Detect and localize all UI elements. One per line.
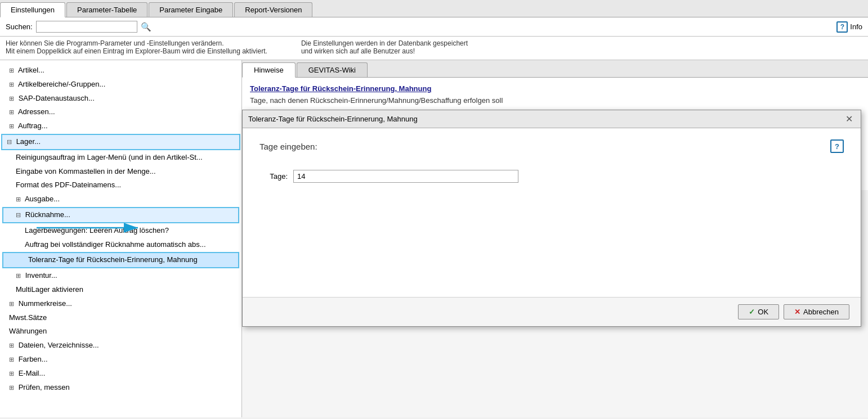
tree-item-mwst[interactable]: Mwst.Sätze <box>0 311 241 325</box>
tree-label: Währungen <box>9 327 47 335</box>
tree-label: Rücknahme... <box>25 210 70 219</box>
toggle-icon: ⊞ <box>9 81 14 88</box>
search-icon[interactable]: 🔍 <box>141 22 151 32</box>
tree-item-lager[interactable]: ⊟ Lager... <box>1 134 240 150</box>
info-label: Info <box>850 22 862 31</box>
tree-item-dateien[interactable]: ⊞ Dateien, Verzeichnisse... <box>0 339 241 353</box>
tree-item-reinigung[interactable]: Reinigungsauftrag im Lager-Menü (und in … <box>0 151 241 165</box>
tree-item-nummerkreise[interactable]: ⊞ Nummerkreise... <box>0 297 241 311</box>
tree-item-wahrungen[interactable]: Währungen <box>0 325 241 339</box>
detail-title: Toleranz-Tage für Rückschein-Erinnerung,… <box>250 84 860 93</box>
detail-tab-hinweise[interactable]: Hinweise <box>242 62 296 78</box>
modal-tage-input[interactable] <box>293 170 518 183</box>
tree-label: Ausgabe... <box>25 195 60 203</box>
tree-label: Mwst.Sätze <box>9 313 47 322</box>
modal-field-row: Tage: <box>259 170 844 183</box>
tree-label: Lagerbewegungen: Leeren Auftrag löschen? <box>25 226 169 235</box>
tab-parameter-eingabe[interactable]: Parameter Eingabe <box>149 2 233 17</box>
modal-cancel-button[interactable]: ✕ Abbrechen <box>784 304 849 319</box>
tree-item-sap[interactable]: ⊞ SAP-Datenaustausch... <box>0 92 241 106</box>
description-bar: Hier können Sie die Programm-Parameter u… <box>0 37 868 60</box>
toggle-icon: ⊞ <box>9 95 14 102</box>
modal-title: Toleranz-Tage für Rückschein-Erinnerung,… <box>248 115 418 123</box>
tree-item-toleranz[interactable]: Toleranz-Tage für Rückschein-Erinnerung,… <box>2 252 239 268</box>
search-input[interactable] <box>36 21 137 33</box>
tree-item-multilager[interactable]: MultiLager aktivieren <box>0 283 241 297</box>
tree-label: Inventur... <box>25 271 57 280</box>
tree-label: Nummerkreise... <box>19 299 72 308</box>
detail-description: Tage, nach denen Rückschein-Erinnerung/M… <box>250 96 860 105</box>
modal-close-button[interactable]: ✕ <box>843 114 855 124</box>
tree-item-format[interactable]: Format des PDF-Dateinamens... <box>0 178 241 192</box>
tree-label: Dateien, Verzeichnisse... <box>19 341 99 349</box>
tree-label: Auftrag... <box>18 121 48 130</box>
tree-label: Prüfen, messen <box>19 383 70 391</box>
tree-item-email[interactable]: ⊞ E-Mail... <box>0 367 241 381</box>
modal-help-button[interactable]: ? <box>830 139 844 153</box>
modal-ok-button[interactable]: ✓ OK <box>738 304 779 319</box>
modal-header-row: Tage eingeben: ? <box>259 139 844 153</box>
search-bar: Suchen: 🔍 ? Info <box>0 17 868 37</box>
toggle-icon: ⊞ <box>9 342 14 349</box>
modal-section-title: Tage eingeben: <box>259 142 317 151</box>
tree-item-artikelbereiche[interactable]: ⊞ Artikelbereiche/-Gruppen... <box>0 78 241 92</box>
tab-einstellungen[interactable]: Einstellungen <box>0 2 65 17</box>
tree-panel: ⊞ Artikel... ⊞ Artikelbereiche/-Gruppen.… <box>0 60 242 417</box>
tree-label: Farben... <box>19 355 48 363</box>
tree-item-farben[interactable]: ⊞ Farben... <box>0 353 241 367</box>
tree-label: E-Mail... <box>19 369 46 377</box>
tab-parameter-tabelle[interactable]: Parameter-Tabelle <box>66 2 147 17</box>
modal-titlebar: Toleranz-Tage für Rückschein-Erinnerung,… <box>243 110 861 128</box>
ok-label: OK <box>758 308 768 316</box>
tree-item-auftrag-ruecknahme[interactable]: Auftrag bei vollständiger Rücknahme auto… <box>0 238 241 252</box>
tab-bar: Einstellungen Parameter-Tabelle Paramete… <box>0 0 868 17</box>
toggle-icon: ⊞ <box>9 370 14 377</box>
tree-item-lagerbewegungen[interactable]: Lagerbewegungen: Leeren Auftrag löschen? <box>0 224 241 238</box>
tree-label: Eingabe von Kommastellen in der Menge... <box>16 167 156 175</box>
tree-item-eingabe[interactable]: Eingabe von Kommastellen in der Menge... <box>0 165 241 179</box>
info-button[interactable]: ? Info <box>836 21 862 33</box>
tree-item-ruecknahme[interactable]: ⊟ Rücknahme... <box>2 207 239 223</box>
info-icon: ? <box>836 21 848 33</box>
tree-label: Toleranz-Tage für Rückschein-Erinnerung,… <box>28 255 198 264</box>
tree-label: Reinigungsauftrag im Lager-Menü (und in … <box>16 153 203 161</box>
detail-tab-bar: Hinweise GEVITAS-Wiki <box>242 60 868 78</box>
tree-label: Artikelbereiche/-Gruppen... <box>18 80 105 88</box>
tree-item-inventur[interactable]: ⊞ Inventur... <box>0 269 241 283</box>
tree-item-auftrag[interactable]: ⊞ Auftrag... <box>0 119 241 133</box>
tree-item-adressen[interactable]: ⊞ Adressen... <box>0 105 241 119</box>
toggle-icon: ⊞ <box>9 123 14 129</box>
tab-report-versionen[interactable]: Report-Versionen <box>234 2 312 17</box>
tree-item-artikel[interactable]: ⊞ Artikel... <box>0 64 241 78</box>
toggle-icon: ⊟ <box>16 211 21 218</box>
toggle-icon: ⊟ <box>7 138 12 145</box>
tree-label: Lager... <box>16 137 41 146</box>
desc-left: Hier können Sie die Programm-Parameter u… <box>6 39 267 55</box>
modal-dialog: Toleranz-Tage für Rückschein-Erinnerung,… <box>242 110 861 327</box>
tree-item-ausgabe[interactable]: ⊞ Ausgabe... <box>0 192 241 206</box>
modal-body: Tage eingeben: ? Tage: <box>243 128 861 297</box>
toggle-icon: ⊞ <box>9 109 14 115</box>
toggle-icon: ⊞ <box>9 356 14 363</box>
toggle-icon: ⊞ <box>9 300 14 307</box>
checkmark-icon: ✓ <box>749 308 755 316</box>
tree-label: Format des PDF-Dateinamens... <box>16 181 121 189</box>
x-icon: ✕ <box>794 308 800 316</box>
toggle-icon: ⊞ <box>16 196 21 202</box>
modal-field-label: Tage: <box>259 172 288 181</box>
tree-label: SAP-Datenaustausch... <box>19 94 95 102</box>
tree-item-pruefen[interactable]: ⊞ Prüfen, messen <box>0 381 241 395</box>
toggle-icon: ⊞ <box>16 272 21 279</box>
toggle-icon: ⊞ <box>9 67 14 74</box>
tree-label: Artikel... <box>18 66 44 74</box>
desc-right: Die Einstellungen werden in der Datenban… <box>301 39 468 55</box>
tree-label: Auftrag bei vollständiger Rücknahme auto… <box>25 240 206 249</box>
toggle-icon: ⊞ <box>9 384 14 391</box>
cancel-label: Abbrechen <box>803 308 839 316</box>
tree-label: Adressen... <box>18 107 55 116</box>
tree-label: MultiLager aktivieren <box>16 285 83 294</box>
modal-footer: ✓ OK ✕ Abbrechen <box>243 297 861 326</box>
search-label: Suchen: <box>6 22 33 31</box>
detail-tab-wiki[interactable]: GEVITAS-Wiki <box>297 62 368 77</box>
